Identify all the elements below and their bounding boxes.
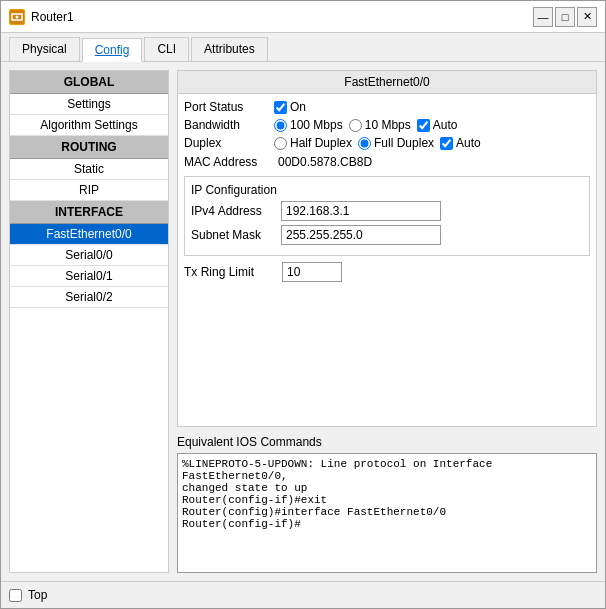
duplex-auto-text: Auto <box>456 136 481 150</box>
port-status-on-text: On <box>290 100 306 114</box>
sidebar-item-rip[interactable]: RIP <box>10 180 168 201</box>
tab-bar: Physical Config CLI Attributes <box>1 33 605 62</box>
tab-physical[interactable]: Physical <box>9 37 80 61</box>
duplex-full-label[interactable]: Full Duplex <box>358 136 434 150</box>
bandwidth-100-radio[interactable] <box>274 119 287 132</box>
bandwidth-row: Bandwidth 100 Mbps 10 Mbps <box>184 118 590 132</box>
ios-line-1: changed state to up <box>182 482 592 494</box>
window-title: Router1 <box>31 10 533 24</box>
tab-attributes[interactable]: Attributes <box>191 37 268 61</box>
ios-line-5: Router(config-if)# <box>182 518 592 530</box>
duplex-label: Duplex <box>184 136 274 150</box>
top-checkbox[interactable] <box>9 589 22 602</box>
tx-ring-input[interactable] <box>282 262 342 282</box>
interface-title: FastEthernet0/0 <box>178 71 596 94</box>
bandwidth-label: Bandwidth <box>184 118 274 132</box>
duplex-half-radio[interactable] <box>274 137 287 150</box>
ipv4-input[interactable] <box>281 201 441 221</box>
main-window: Router1 — □ ✕ Physical Config CLI Attrib… <box>0 0 606 609</box>
port-status-label: Port Status <box>184 100 274 114</box>
top-label: Top <box>28 588 47 602</box>
subnet-label: Subnet Mask <box>191 228 281 242</box>
sidebar-item-algorithm-settings[interactable]: Algorithm Settings <box>10 115 168 136</box>
ipv4-label: IPv4 Address <box>191 204 281 218</box>
sidebar-scroll[interactable]: GLOBAL Settings Algorithm Settings ROUTI… <box>10 71 168 572</box>
content-area: GLOBAL Settings Algorithm Settings ROUTI… <box>1 62 605 581</box>
sidebar-item-settings[interactable]: Settings <box>10 94 168 115</box>
ios-console[interactable]: %LINEPROTO-5-UPDOWN: Line protocol on In… <box>177 453 597 573</box>
bandwidth-100-text: 100 Mbps <box>290 118 343 132</box>
ip-config-section: IP Configuration IPv4 Address Subnet Mas… <box>184 176 590 256</box>
sidebar-item-serial02[interactable]: Serial0/2 <box>10 287 168 308</box>
duplex-auto-label[interactable]: Auto <box>440 136 481 150</box>
bandwidth-auto-label[interactable]: Auto <box>417 118 458 132</box>
duplex-row: Duplex Half Duplex Full Duplex <box>184 136 590 150</box>
tx-ring-label: Tx Ring Limit <box>184 265 274 279</box>
minimize-button[interactable]: — <box>533 7 553 27</box>
duplex-half-label[interactable]: Half Duplex <box>274 136 352 150</box>
interface-body: Port Status On Bandwidth <box>178 94 596 288</box>
mac-address-row: MAC Address 00D0.5878.CB8D <box>184 154 590 170</box>
ios-section-title: Equivalent IOS Commands <box>177 435 597 449</box>
port-status-on-label[interactable]: On <box>274 100 306 114</box>
mac-address-label: MAC Address <box>184 155 274 169</box>
bandwidth-10-text: 10 Mbps <box>365 118 411 132</box>
title-bar: Router1 — □ ✕ <box>1 1 605 33</box>
bandwidth-10-radio[interactable] <box>349 119 362 132</box>
bandwidth-auto-checkbox[interactable] <box>417 119 430 132</box>
tx-ring-row: Tx Ring Limit <box>184 262 590 282</box>
duplex-full-text: Full Duplex <box>374 136 434 150</box>
tab-cli[interactable]: CLI <box>144 37 189 61</box>
bandwidth-controls: 100 Mbps 10 Mbps Auto <box>274 118 590 132</box>
mac-address-controls: 00D0.5878.CB8D <box>274 154 590 170</box>
ip-config-title: IP Configuration <box>191 183 583 197</box>
window-controls: — □ ✕ <box>533 7 597 27</box>
ios-line-0: %LINEPROTO-5-UPDOWN: Line protocol on In… <box>182 458 592 482</box>
svg-point-2 <box>16 15 19 18</box>
interface-panel: FastEthernet0/0 Port Status On <box>177 70 597 427</box>
main-panel: FastEthernet0/0 Port Status On <box>177 70 597 573</box>
duplex-half-text: Half Duplex <box>290 136 352 150</box>
close-button[interactable]: ✕ <box>577 7 597 27</box>
duplex-full-radio[interactable] <box>358 137 371 150</box>
duplex-auto-checkbox[interactable] <box>440 137 453 150</box>
sidebar-item-static[interactable]: Static <box>10 159 168 180</box>
port-status-checkbox[interactable] <box>274 101 287 114</box>
bottom-bar: Top <box>1 581 605 608</box>
sidebar-global-header: GLOBAL <box>10 71 168 94</box>
subnet-row: Subnet Mask <box>191 225 583 245</box>
duplex-controls: Half Duplex Full Duplex Auto <box>274 136 590 150</box>
subnet-input[interactable] <box>281 225 441 245</box>
sidebar: GLOBAL Settings Algorithm Settings ROUTI… <box>9 70 169 573</box>
sidebar-item-fastethernet00[interactable]: FastEthernet0/0 <box>10 224 168 245</box>
port-status-row: Port Status On <box>184 100 590 114</box>
sidebar-interface-header: INTERFACE <box>10 201 168 224</box>
ipv4-row: IPv4 Address <box>191 201 583 221</box>
sidebar-item-serial00[interactable]: Serial0/0 <box>10 245 168 266</box>
mac-address-value: 00D0.5878.CB8D <box>274 154 376 170</box>
bandwidth-100-label[interactable]: 100 Mbps <box>274 118 343 132</box>
ios-line-4: Router(config)#interface FastEthernet0/0 <box>182 506 592 518</box>
tab-config[interactable]: Config <box>82 38 143 62</box>
ios-section: Equivalent IOS Commands %LINEPROTO-5-UPD… <box>177 435 597 573</box>
sidebar-routing-header: ROUTING <box>10 136 168 159</box>
maximize-button[interactable]: □ <box>555 7 575 27</box>
port-status-controls: On <box>274 100 590 114</box>
app-icon <box>9 9 25 25</box>
sidebar-item-serial01[interactable]: Serial0/1 <box>10 266 168 287</box>
bandwidth-10-label[interactable]: 10 Mbps <box>349 118 411 132</box>
ios-line-3: Router(config-if)#exit <box>182 494 592 506</box>
bandwidth-auto-text: Auto <box>433 118 458 132</box>
